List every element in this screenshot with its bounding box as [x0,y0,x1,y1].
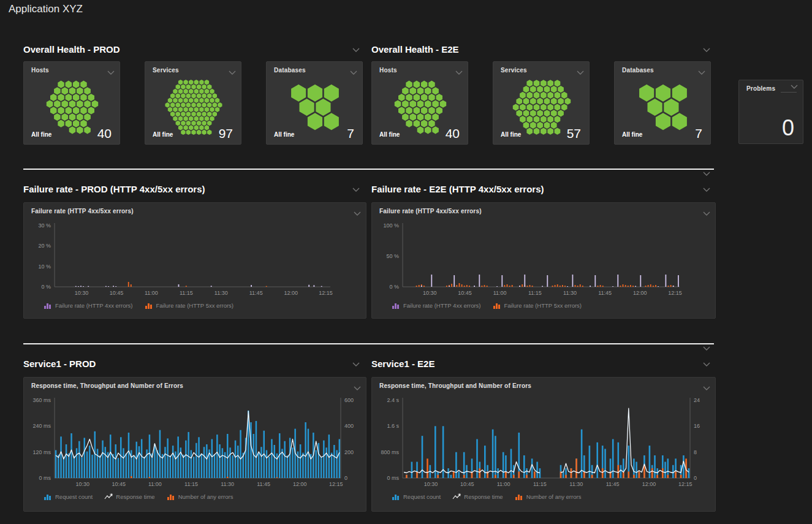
health-hexagon [58,120,64,127]
health-hexagon [199,116,203,121]
health-hexagon [178,98,183,104]
failure-rate-prod-chart-tile[interactable]: Failure rate (HTTP 4xx/5xx errors)0 %10 … [23,202,366,319]
svg-text:0 ms: 0 ms [387,475,399,481]
health-hexagon [84,113,91,121]
health-hexagon [73,81,79,88]
legend-label: Failure rate (HTTP 5xx errors) [504,302,582,309]
failure_prod-chart: 0 %10 %20 %30 %10:3010:4511:0011:1511:30… [24,203,366,318]
health-hexagon [73,120,79,127]
health-hexagon [648,99,662,116]
health-hexagon [417,113,424,121]
chevron-down-icon[interactable] [703,48,710,52]
legend-label: Number of any errors [178,493,233,500]
health-hexagon [425,126,431,134]
legend-item[interactable]: Failure rate (HTTP 4xx errors) [392,302,481,309]
health-hexagon [191,84,195,89]
health-hexagon [526,92,533,99]
health-hexagon [54,113,61,121]
health-hexagon [92,101,99,108]
problems-count: 0 [782,115,794,141]
health-hexagon [432,101,439,108]
health-hexagon [417,87,424,94]
legend-item[interactable]: Number of any errors [167,493,233,500]
legend-item[interactable]: Failure rate (HTTP 5xx errors) [493,302,582,309]
health-hexagon [181,93,185,99]
health-hexagon [165,102,170,108]
health-hexagon [544,98,550,105]
health-hexagon [316,99,330,116]
section-title-service-e2e: Service1 - E2E [371,359,434,369]
health-hexagon [551,86,557,93]
health-hexagon [181,102,185,108]
health-hexagon [537,122,543,129]
health-hexagon [186,102,191,108]
legend-label: Number of any errors [526,493,582,500]
health-hexagon [555,104,561,110]
svg-text:50 %: 50 % [386,253,399,259]
health-hexagon [639,85,654,102]
health-tile-hosts[interactable]: HostsAll fine40 [371,61,468,145]
bar-chart-icon [515,493,523,500]
chevron-down-icon[interactable] [703,362,710,366]
health-hexagon [432,113,439,121]
svg-text:10:30: 10:30 [424,481,438,487]
health-tile-databases[interactable]: DatabasesAll fine7 [266,61,363,145]
failure-rate-e2e-chart-tile[interactable]: Failure rate (HTTP 4xx/5xx errors)0 %50 … [371,202,716,319]
health-hexagon [191,93,195,99]
health-hexagon [202,93,206,99]
chevron-down-icon[interactable] [352,188,360,192]
legend-item[interactable]: Response time [104,493,154,500]
service_e2e-chart: 0 ms800 ms1.6 s2.4 s08162410:3010:4511:0… [372,378,715,511]
health-hexagon [421,120,428,127]
health-hexagon [80,107,87,114]
health-hexagon [189,98,193,104]
health-hexagon [656,113,670,130]
svg-text:12:15: 12:15 [678,481,692,487]
chevron-down-icon[interactable] [352,48,360,52]
health-hexagon [421,81,428,88]
health-hexagon [69,87,76,94]
svg-text:11:45: 11:45 [606,481,620,487]
health-hexagon [80,120,87,127]
health-tile-services[interactable]: ServicesAll fine57 [493,61,590,145]
health-hexagon [406,107,412,114]
legend-item[interactable]: Response time [452,493,503,500]
health-tile-services[interactable]: ServicesAll fine97 [145,61,241,145]
svg-text:100 %: 100 % [383,222,399,229]
chevron-down-icon[interactable] [703,172,710,176]
section-title-service-prod: Service1 - PROD [23,359,96,369]
svg-text:10:45: 10:45 [460,481,474,487]
health-hexagon [398,107,405,114]
legend-item[interactable]: Request count [44,493,93,500]
legend-item[interactable]: Failure rate (HTTP 4xx errors) [44,302,133,309]
health-hexagon [194,125,199,131]
svg-text:11:30: 11:30 [221,481,234,487]
health-hexagon [69,126,76,134]
health-hexagon [176,112,180,117]
health-hexagon [186,121,191,126]
health-hexagon [672,85,687,102]
legend-item[interactable]: Number of any errors [515,493,582,500]
health-hexagon [516,110,522,116]
health-hexagon [526,80,533,86]
health-hexagon [168,107,172,113]
service1-prod-chart-tile[interactable]: Response time, Throughput and Number of … [23,377,366,512]
svg-text:12:15: 12:15 [319,290,333,296]
svg-text:11:00: 11:00 [497,481,510,487]
health-hexagon [84,87,91,94]
health-hexagon [80,94,87,101]
health-tile-databases[interactable]: DatabasesAll fine7 [614,61,711,145]
status-text: All fine [274,131,294,138]
chevron-down-icon[interactable] [703,346,710,351]
health-hexagon [189,107,193,113]
legend-item[interactable]: Failure rate (HTTP 5xx errors) [145,302,234,309]
health-hexagon [440,101,447,108]
chevron-down-icon[interactable] [703,188,710,192]
chevron-down-icon[interactable] [791,85,798,89]
problems-tile[interactable]: Problems 0 [738,80,803,144]
service1-e2e-chart-tile[interactable]: Response time, Throughput and Number of … [371,377,716,512]
chevron-down-icon[interactable] [352,362,360,366]
health-hexagon [414,94,420,101]
legend-item[interactable]: Request count [392,493,441,500]
health-tile-hosts[interactable]: HostsAll fine40 [23,61,120,145]
